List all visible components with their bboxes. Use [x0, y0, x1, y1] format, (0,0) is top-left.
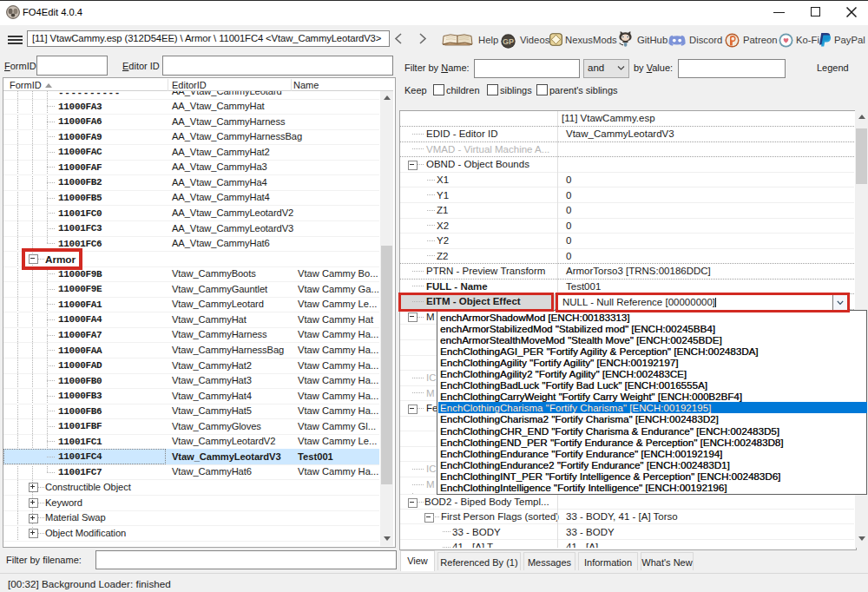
- svg-text:GP: GP: [503, 36, 514, 45]
